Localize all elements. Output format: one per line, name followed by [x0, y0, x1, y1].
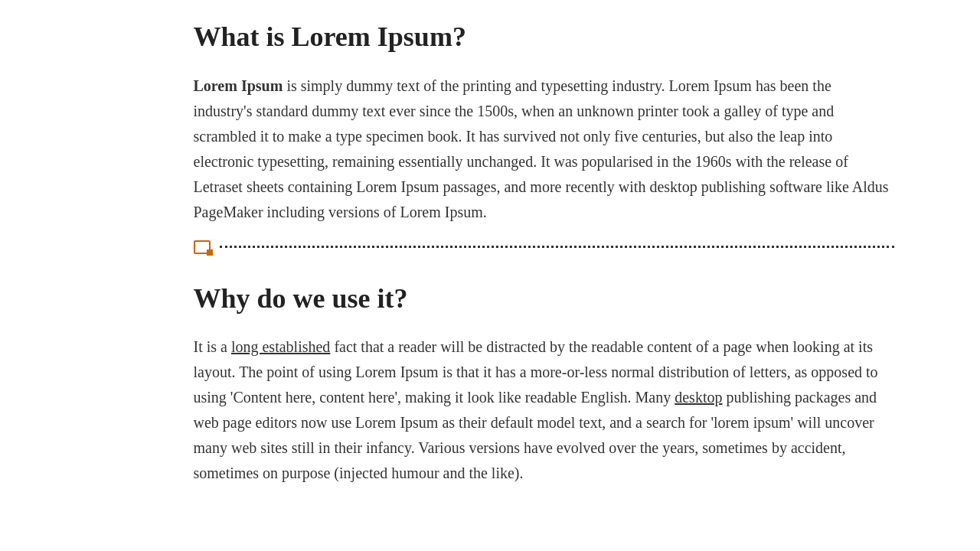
section1-bold: Lorem Ipsum: [194, 77, 283, 94]
section1-title: What is Lorem Ipsum?: [194, 15, 894, 60]
page-content: What is Lorem Ipsum? Lorem Ipsum is simp…: [64, 0, 917, 524]
section1-body: Lorem Ipsum is simply dummy text of the …: [194, 73, 894, 225]
section-why-use-it: Why do we use it? It is a long establish…: [194, 277, 894, 487]
section-lorem-ipsum: What is Lorem Ipsum? Lorem Ipsum is simp…: [194, 15, 894, 225]
annotation-icon[interactable]: [194, 240, 211, 254]
section1-body-text: is simply dummy text of the printing and…: [194, 77, 889, 220]
link-desktop[interactable]: desktop: [675, 389, 722, 406]
section2-title: Why do we use it?: [194, 277, 894, 321]
dotted-divider: [220, 246, 894, 248]
divider-row: [194, 240, 894, 254]
section2-body: It is a long established fact that a rea…: [194, 334, 894, 486]
link-long-established[interactable]: long established: [231, 338, 330, 355]
section2-intro: It is a: [194, 338, 231, 355]
